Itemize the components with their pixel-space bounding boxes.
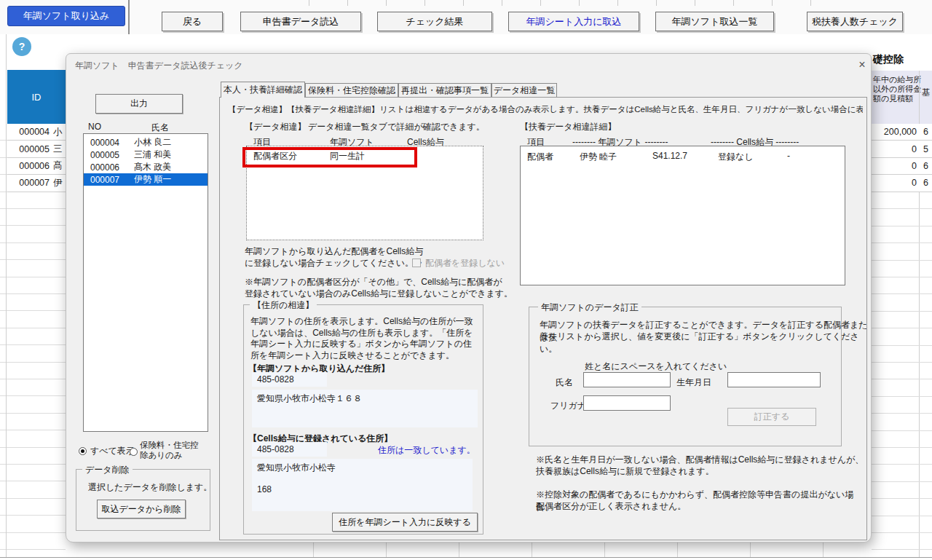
gridline xyxy=(459,543,459,557)
radio-insurance-only[interactable] xyxy=(130,448,138,456)
sheet-cell-name: 髙 xyxy=(53,159,63,172)
estimate-cell: 0 xyxy=(872,144,917,154)
read-declaration-data-button[interactable]: 申告書データ読込 xyxy=(240,12,361,31)
sheet-row[interactable]: 000005 三 xyxy=(7,141,66,157)
dialog-title: 年調ソフト 申告書データ読込後チェック xyxy=(75,60,243,72)
list-col-no: NO xyxy=(88,122,101,132)
data-correction-legend: 年調ソフトのデータ訂正 xyxy=(538,301,641,314)
employee-row-selected[interactable]: 000007 伊勢 順一 xyxy=(84,173,208,186)
address-diff-legend: 【住所の相違】 xyxy=(250,299,317,312)
sheet-cell-id: 000006 xyxy=(7,161,50,171)
partial-cell: 6 xyxy=(923,161,928,171)
radio-show-all[interactable] xyxy=(79,447,87,455)
employee-no: 000007 xyxy=(90,175,134,185)
toolbar-divider xyxy=(128,0,130,34)
partial-cell: 6 xyxy=(923,127,928,137)
gridline xyxy=(750,543,751,557)
tab-honnin-fuyo[interactable]: 本人・扶養詳細確認 xyxy=(221,82,305,98)
sheet-row[interactable]: 000004 小 xyxy=(7,124,66,141)
estimate-cell: 0 xyxy=(872,161,917,171)
employee-row[interactable]: 000006 髙木 政美 xyxy=(84,161,208,173)
sheet-cell-name: 三 xyxy=(53,143,63,155)
bottom-border xyxy=(0,557,932,558)
kiso-kojo-title: 礎控除 xyxy=(873,53,904,66)
sheet-row[interactable]: 0 6 xyxy=(872,158,932,175)
estimate-cell: 0 xyxy=(872,178,917,188)
partial-cell: 6 xyxy=(923,178,928,188)
column-ticks xyxy=(309,0,840,6)
left-column-line xyxy=(6,34,7,557)
gridline xyxy=(604,543,605,557)
sheet-cell-id: 000007 xyxy=(7,178,50,188)
tab-saiteishutsu[interactable]: 再提出・確認事項一覧 xyxy=(398,83,491,98)
close-icon[interactable]: × xyxy=(854,57,870,73)
sheet-row[interactable]: 000007 伊 xyxy=(7,175,66,192)
sheet-row[interactable]: 0 5 xyxy=(872,141,932,157)
radio-insurance-label-1: 保険料・住宅控 xyxy=(140,440,199,451)
gridline xyxy=(823,543,824,557)
radio-insurance-label-2: 除ありのみ xyxy=(140,450,183,461)
gridline xyxy=(386,543,387,557)
partial-column-header: 基 xyxy=(922,87,931,99)
check-result-button[interactable]: チェック結果 xyxy=(377,12,492,31)
import-list-button[interactable]: 年調ソフト取込一覧 xyxy=(655,12,774,31)
gridline xyxy=(532,543,532,557)
screen: 年調ソフト取り込み 戻る 申告書データ読込 チェック結果 年調シート入力に取込 … xyxy=(0,0,932,560)
list-col-name: 氏名 xyxy=(151,122,169,134)
gridline xyxy=(677,543,678,557)
nencho-import-button[interactable]: 年調ソフト取り込み xyxy=(7,6,125,26)
employee-listbox[interactable]: 000004 小林 良二 000005 三浦 和美 000006 髙木 政美 0… xyxy=(83,133,208,432)
tab-data-soui[interactable]: データ相違一覧 xyxy=(491,83,557,98)
sheet-rows: 000004 小 000005 三 000006 髙 000007 伊 xyxy=(7,124,66,192)
header-line: 年中の給与所 xyxy=(873,75,932,84)
employee-name: 小林 良二 xyxy=(134,136,171,149)
partial-cell: 5 xyxy=(923,144,928,154)
employee-name: 髙木 政美 xyxy=(134,161,171,173)
data-delete-legend: データ削除 xyxy=(82,464,133,476)
sheet-cell-id: 000005 xyxy=(7,144,50,154)
right-gridlines xyxy=(872,192,932,557)
import-to-sheet-button[interactable]: 年調シート入力に取込 xyxy=(508,12,639,31)
sheet-cell-name: 伊 xyxy=(53,177,63,189)
post-import-check-dialog: 年調ソフト 申告書データ読込後チェック × 出力 NO 氏名 000004 小林… xyxy=(66,53,872,543)
sheet-cell-id: 000004 xyxy=(7,127,50,137)
id-column-header: ID xyxy=(7,70,66,124)
sheet-cell-name: 小 xyxy=(53,126,63,138)
employee-row[interactable]: 000004 小林 良二 xyxy=(84,136,208,149)
tab-hokenryo-jutaku[interactable]: 保険料・住宅控除確認 xyxy=(305,83,398,98)
sheet-right-rows: 200,000 6 0 5 0 6 0 6 xyxy=(872,124,932,192)
delete-imported-data-button[interactable]: 取込データから削除 xyxy=(97,500,186,518)
output-button[interactable]: 出力 xyxy=(95,94,183,114)
employee-row[interactable]: 000005 三浦 和美 xyxy=(84,149,208,161)
radio-show-all-label: すべて表示 xyxy=(90,445,135,457)
employee-name: 三浦 和美 xyxy=(134,149,171,161)
employee-no: 000004 xyxy=(90,138,134,148)
gridline xyxy=(313,543,314,557)
sheet-row[interactable]: 200,000 6 xyxy=(872,124,932,141)
data-delete-desc: 選択したデータを削除します。 xyxy=(88,481,212,494)
employee-no: 000006 xyxy=(90,162,134,173)
employee-no: 000005 xyxy=(90,150,134,160)
tax-dependents-check-button[interactable]: 税扶養人数チェック xyxy=(807,12,903,31)
employee-name: 伊勢 順一 xyxy=(134,173,171,186)
sheet-row[interactable]: 0 6 xyxy=(872,175,932,192)
sheet-row[interactable]: 000006 髙 xyxy=(7,158,66,175)
estimate-cell: 200,000 xyxy=(872,127,917,137)
question-icon[interactable]: ? xyxy=(12,37,31,56)
highlight-red-box xyxy=(242,147,417,167)
back-button[interactable]: 戻る xyxy=(162,12,223,31)
